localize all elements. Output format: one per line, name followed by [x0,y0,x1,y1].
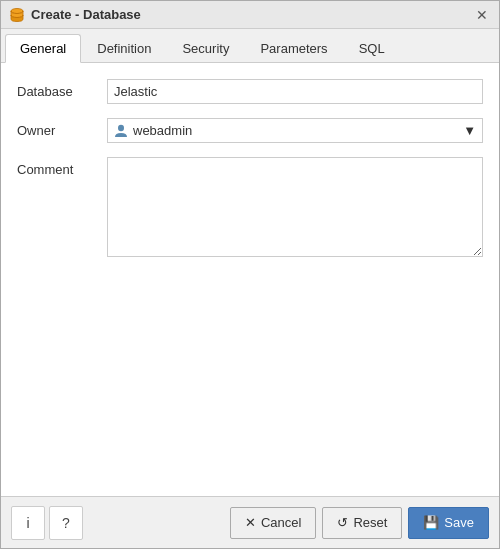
comment-label: Comment [17,157,107,177]
owner-value: webadmin [133,123,192,138]
comment-textarea[interactable] [107,157,483,257]
create-database-dialog: Create - Database ✕ General Definition S… [0,0,500,549]
tab-security[interactable]: Security [167,34,244,63]
svg-point-1 [118,124,124,130]
cancel-button[interactable]: ✕ Cancel [230,507,316,539]
owner-row: Owner webadmin ▼ [17,118,483,143]
reset-button[interactable]: ↺ Reset [322,507,402,539]
database-icon [9,7,25,23]
database-field-wrapper [107,79,483,104]
close-button[interactable]: ✕ [473,6,491,24]
info-icon: i [26,515,29,531]
comment-row: Comment [17,157,483,260]
save-button[interactable]: 💾 Save [408,507,489,539]
database-label: Database [17,79,107,99]
owner-field-wrapper: webadmin ▼ [107,118,483,143]
tab-general[interactable]: General [5,34,81,63]
owner-select-wrapper: webadmin ▼ [107,118,483,143]
footer-right-buttons: ✕ Cancel ↺ Reset 💾 Save [230,507,489,539]
reset-label: Reset [353,515,387,530]
owner-label: Owner [17,118,107,138]
tabs-container: General Definition Security Parameters S… [1,29,499,63]
person-icon [114,124,128,138]
save-icon: 💾 [423,515,439,530]
footer: i ? ✕ Cancel ↺ Reset 💾 Save [1,496,499,548]
database-input[interactable] [107,79,483,104]
cancel-icon: ✕ [245,515,256,530]
form-content: Database Owner webadmin ▼ [1,63,499,496]
comment-field-wrapper [107,157,483,260]
dropdown-arrow-icon: ▼ [463,123,476,138]
title-bar: Create - Database ✕ [1,1,499,29]
dialog-title: Create - Database [31,7,141,22]
tab-parameters[interactable]: Parameters [245,34,342,63]
owner-dropdown[interactable]: webadmin ▼ [107,118,483,143]
title-bar-left: Create - Database [9,7,141,23]
help-icon: ? [62,515,70,531]
cancel-label: Cancel [261,515,301,530]
save-label: Save [444,515,474,530]
help-button[interactable]: ? [49,506,83,540]
reset-icon: ↺ [337,515,348,530]
footer-left-buttons: i ? [11,506,83,540]
database-row: Database [17,79,483,104]
tab-definition[interactable]: Definition [82,34,166,63]
tab-sql[interactable]: SQL [344,34,400,63]
info-button[interactable]: i [11,506,45,540]
